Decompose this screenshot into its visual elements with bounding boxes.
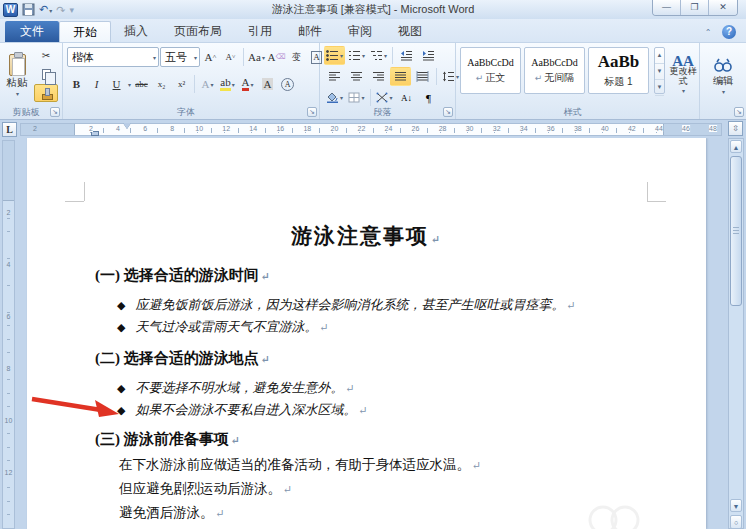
styles-scroll-more[interactable]: ▼: [655, 80, 664, 96]
close-button[interactable]: ✕: [709, 0, 737, 15]
cut-button[interactable]: ✂: [34, 46, 58, 64]
multilevel-list-button[interactable]: ▾: [368, 46, 389, 65]
help-icon[interactable]: ?: [722, 25, 736, 39]
style-card-正文[interactable]: AaBbCcDd↵正文: [460, 47, 521, 94]
font-color-button[interactable]: A▾: [238, 74, 257, 94]
editing-button[interactable]: 编辑 ▾: [706, 46, 740, 106]
styles-gallery-scroll[interactable]: ▲▼▼: [654, 47, 665, 94]
strikethrough-button[interactable]: abc: [132, 74, 151, 94]
format-painter-button[interactable]: [34, 84, 58, 102]
font-size-select[interactable]: 五号▾: [160, 47, 200, 67]
styles-dialog-launcher[interactable]: ↘: [734, 107, 744, 117]
change-case-button[interactable]: Aa▾: [247, 47, 266, 67]
style-card-标题 1[interactable]: AaBb标题 1: [588, 47, 649, 94]
asian-layout-button[interactable]: ▾: [374, 88, 395, 107]
clipboard-dialog-launcher[interactable]: ↘: [50, 107, 60, 117]
style-preview: AaBbCcDd: [531, 57, 578, 68]
align-right-button[interactable]: [368, 67, 389, 86]
asian-layout-icon: [376, 92, 388, 103]
sort-button[interactable]: A↓: [396, 88, 417, 107]
subscript-button[interactable]: x₂: [152, 74, 171, 94]
bullet-item: ◆如果不会游泳不要私自进入深水区域。↵: [117, 399, 706, 421]
tab-开始[interactable]: 开始: [59, 21, 111, 42]
decrease-indent-button[interactable]: [396, 46, 417, 65]
tab-页面布局[interactable]: 页面布局: [161, 21, 235, 42]
tab-selector[interactable]: L: [2, 122, 17, 137]
borders-button[interactable]: ▾: [346, 88, 367, 107]
paragraph-mark: ↵: [472, 459, 481, 471]
align-right-icon: [372, 71, 385, 82]
window-controls: — ❐ ✕: [652, 0, 738, 16]
vertical-ruler[interactable]: 24681012: [2, 140, 15, 529]
document-page[interactable]: 游泳注意事项↵ (一) 选择合适的游泳时间↵◆应避免饭前饭后游泳，因为这样会影响…: [27, 138, 706, 529]
ruler-number: 38: [574, 125, 582, 132]
first-line-indent-marker[interactable]: [123, 123, 131, 129]
character-shading-button[interactable]: A: [258, 74, 277, 94]
enclose-characters-button[interactable]: A: [278, 74, 297, 94]
scroll-down-button[interactable]: ▼: [730, 499, 742, 512]
paragraph-mark: ↵: [358, 404, 367, 416]
bullets-button[interactable]: ▾: [324, 46, 345, 65]
tab-插入[interactable]: 插入: [111, 21, 161, 42]
styles-scroll-down[interactable]: ▼: [655, 64, 664, 80]
numbering-button[interactable]: ▾: [346, 46, 367, 65]
vruler-top-margin: [3, 141, 14, 201]
tab-审阅[interactable]: 审阅: [335, 21, 385, 42]
font-dialog-launcher[interactable]: ↘: [307, 107, 317, 117]
paragraph-mark: ↵: [566, 299, 575, 311]
grow-font-button[interactable]: A˄: [201, 47, 220, 67]
word-app-icon[interactable]: W: [3, 3, 18, 17]
document-area: 24681012 游泳注意事项↵ (一) 选择合适的游泳时间↵◆应避免饭前饭后游…: [0, 138, 746, 529]
scroll-up-button[interactable]: ▲: [730, 140, 742, 153]
minimize-button[interactable]: —: [653, 0, 681, 15]
scrollbar-thumb[interactable]: [730, 156, 742, 306]
restore-button[interactable]: ❐: [681, 0, 709, 15]
show-formatting-marks-button[interactable]: ¶: [418, 88, 439, 107]
align-center-button[interactable]: [346, 67, 367, 86]
ribbon: 粘贴▾ ✂ 剪贴板 ↘ 楷体▾ 五号▾ A˄ A˅ Aa▾ A⌫ 变 A B I…: [0, 42, 746, 120]
clear-formatting-button[interactable]: A⌫: [267, 47, 286, 67]
ruler-number: 28: [439, 125, 447, 132]
phonetic-guide-button[interactable]: 变: [287, 47, 306, 67]
group-font: 楷体▾ 五号▾ A˄ A˅ Aa▾ A⌫ 变 A B I U▾ abc x₂ x…: [63, 43, 320, 119]
collapse-ribbon-icon[interactable]: ⌃: [702, 28, 714, 37]
increase-indent-button[interactable]: [418, 46, 439, 65]
ruler-toggle-button[interactable]: ⇳: [728, 121, 743, 136]
styles-scroll-up[interactable]: ▲: [655, 48, 664, 64]
font-family-select[interactable]: 楷体▾: [67, 47, 159, 67]
group-label-clipboard: 剪贴板: [0, 106, 52, 119]
highlight-color-button[interactable]: ab▾: [218, 74, 237, 94]
shrink-font-button[interactable]: A˅: [221, 47, 240, 67]
tab-视图[interactable]: 视图: [385, 21, 435, 42]
title-bar: W ↶▾ ↷ ▾ 游泳注意事项 [兼容模式] - Microsoft Word …: [0, 0, 746, 19]
paragraph-dialog-launcher[interactable]: ↘: [443, 107, 453, 117]
tab-file[interactable]: 文件: [5, 21, 59, 42]
vertical-scrollbar[interactable]: ▲ ▼ ○: [728, 138, 744, 529]
qat-customize-icon[interactable]: ▾: [69, 5, 74, 15]
change-styles-button[interactable]: AA 更改样式 ▾: [668, 46, 698, 106]
underline-button[interactable]: U: [107, 74, 126, 94]
bold-button[interactable]: B: [67, 74, 86, 94]
document-content[interactable]: 游泳注意事项↵ (一) 选择合适的游泳时间↵◆应避免饭前饭后游泳，因为这样会影响…: [27, 138, 706, 525]
italic-button[interactable]: I: [87, 74, 106, 94]
justify-button[interactable]: [390, 67, 411, 86]
paste-button[interactable]: 粘贴▾: [3, 46, 31, 105]
copy-button[interactable]: [34, 65, 58, 83]
text-effects-button[interactable]: A▾: [198, 74, 217, 94]
tab-引用[interactable]: 引用: [235, 21, 285, 42]
tab-邮件[interactable]: 邮件: [285, 21, 335, 42]
ruler-left-margin: [21, 124, 75, 135]
scroll-extra-button[interactable]: ○: [730, 515, 742, 529]
style-name: ↵正文: [476, 71, 506, 85]
align-left-button[interactable]: [324, 67, 345, 86]
horizontal-ruler[interactable]: 2 24681012141618202224262830323436384042…: [20, 123, 722, 136]
distribute-button[interactable]: [412, 67, 433, 86]
undo-icon[interactable]: ↶▾: [39, 2, 52, 18]
save-icon[interactable]: [22, 3, 35, 16]
shading-button[interactable]: ▾: [324, 88, 345, 107]
style-card-无间隔[interactable]: AaBbCcDd↵无间隔: [524, 47, 585, 94]
superscript-button[interactable]: x²: [172, 74, 191, 94]
ruler-number: 46: [682, 125, 690, 132]
format-painter-icon: [41, 88, 52, 99]
redo-icon[interactable]: ↷: [56, 3, 65, 17]
